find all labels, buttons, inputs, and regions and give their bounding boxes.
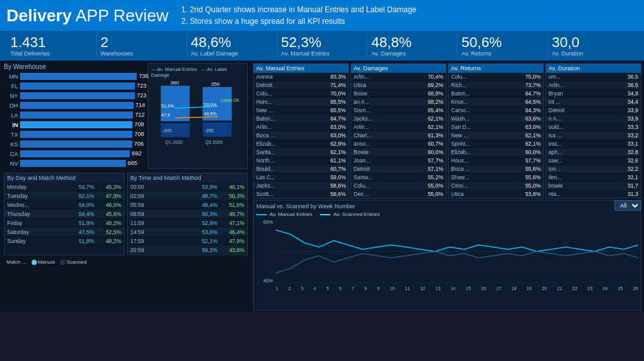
line-chart-canvas: 1234567891011121314151617181920212223242… [276,219,638,284]
table-row: 08:5950,3%49,7% [128,210,247,219]
table-row: int ...34,4 [546,98,641,106]
table-row: n A...33,9 [546,115,641,123]
table-row: nta...31,3 [546,190,641,199]
table-row: ton...32,2 [546,165,641,173]
table-row: Hous...57,7% [448,157,543,165]
table-row: bowie31,7 [546,182,641,190]
table-row: an A...68,2% [351,98,446,106]
table-row: Bould...60,7% [254,165,348,173]
returns-table: Av. Returns Colu...75,0%Rich...73,7%Bato… [448,63,544,199]
warehouse-bar-row: TX708 [4,130,144,139]
kpi-warehouses: 2 Warehouses [97,34,187,58]
table-row: Knox...64,5% [448,98,543,106]
time-match-table: By Time and Match Method 00:0053,9%46,1%… [127,173,248,255]
table-row: saw...32,6 [546,157,641,165]
day-match-table: By Day and Match Method Monday54,7%45,3%… [4,173,125,255]
warehouse-bar-row: CA692 [4,150,144,158]
svg-text:-350: -350 [205,128,214,133]
table-row: Saturday47,5%52,5% [5,228,124,237]
table-row: Jacks...62,1% [351,115,446,123]
warehouse-bar-row: KS706 [4,140,144,148]
table-row: Colu...75,0% [448,73,543,81]
table-row: Tuesday52,1%47,9% [5,191,124,200]
table-row: Las C...59,0% [254,173,348,182]
table-row: inst...33,1 [546,140,641,148]
table-row: Arlin...36,5 [546,81,641,90]
kpi-damages: 48,8% Av. Damages [367,34,458,58]
table-row: Carso...64,3% [448,106,543,115]
warehouse-bar-row: OH714 [4,101,144,110]
table-row: Shaw...55,6% [448,173,543,182]
warehouse-bar-row: NV665 [4,159,144,168]
table-row: Jacks...58,6% [254,182,348,190]
table-row: Boca ...55,6% [448,165,543,173]
table-row: Des ...55,0% [351,190,446,199]
table-row: anso...60,7% [351,140,446,148]
svg-text:356: 356 [211,81,220,87]
warehouse-bar-row: NY723 [4,92,144,100]
table-row: Santa...55,2% [351,173,446,182]
table-row: Scott...58,6% [254,190,348,199]
table-row: Monday54,7%45,3% [5,182,124,191]
table-row: Colu...55,0% [351,182,446,190]
table-row: Baton...64,7% [448,90,543,98]
table-row: Aurora83,3% [254,73,348,81]
kpi-total-deliveries: 1.431 Total Deliveries [6,34,97,58]
line-chart-section: Manual vs. Scanned by Week Number All Av… [253,200,641,311]
table-row: 00:0053,9%46,1% [128,182,247,191]
table-row: 11:5952,9%47,1% [128,219,247,228]
table-row: North...61,1% [254,157,348,165]
warehouse-bar-row: LA712 [4,111,144,119]
table-row: Arlin...63,0% [254,123,348,132]
table-row: New ...65,5% [254,106,348,115]
table-row: Arlin...62,1% [351,123,446,132]
header-notes: 1. 2nd Quarter shows increase in Manual … [181,4,416,27]
table-row: Wedne...54,0%46,0% [5,200,124,210]
table-row: Baton...64,7% [254,115,348,123]
table-row: Hum...65,5% [254,98,348,106]
kpi-manual-entries: 52,3% Av. Manual Entries [277,34,368,58]
table-row: Friday51,8%48,2% [5,219,124,228]
table-row: 14:5953,6%46,4% [128,228,247,237]
kpi-duration: 30,0 Av. Duration [548,34,638,58]
table-row: Joan...57,7% [351,157,446,165]
table-row: Sprint...62,1% [448,140,543,148]
table-row: Charl...61,3% [351,132,446,140]
table-row: Detroit71,4% [254,81,348,90]
table-row: Boca ...63,0% [254,132,348,140]
table-row: aph...32,8 [546,148,641,157]
match-legend: Match ... Manual Scanned [4,258,248,266]
table-row: Detroit33,9 [546,106,641,115]
table-row: New ...62,1% [448,132,543,140]
table-row: 05:5948,4%51,6% [128,200,247,210]
table-row: ould...33,3 [546,123,641,132]
svg-text:53,0%: 53,0% [204,102,217,107]
svg-text:49,6%: 49,6% [204,112,217,116]
chart-filter-select[interactable]: All [614,200,641,211]
table-row: Detroit57,1% [351,165,446,173]
table-row: Thursday54,4%45,6% [5,210,124,219]
svg-text:51,6%: 51,6% [161,104,174,108]
table-row: ica ...33,2 [546,132,641,140]
table-row: Bryan34,9 [546,90,641,98]
table-row: 02:5949,7%50,3% [128,191,247,200]
svg-text:47,6: 47,6 [161,113,170,117]
svg-text:Q2 2020: Q2 2020 [205,140,223,145]
kpi-label-damage: 48,6% Av. Label Damage [187,34,277,58]
table-row: um...36,5 [546,73,641,81]
table-row: Santa...62,1% [254,148,348,157]
manual-entries-table: Av. Manual Entries Aurora83,3%Detroit71,… [253,63,349,199]
table-row: Colu...70,0% [254,90,348,98]
app-header: Delivery APP Review 1. 2nd Quarter shows… [0,0,644,31]
duration-table: Av. Duration um...36,5Arlin...36,5Bryan3… [545,63,641,199]
table-row: Wash...63,6% [448,115,543,123]
svg-text:-345: -345 [163,128,172,133]
table-row: Utica53,8% [448,190,543,199]
table-row: 17:5952,1%47,9% [128,237,247,246]
table-row: Elizab...60,0% [448,148,543,157]
table-row: San D...63,0% [448,123,543,132]
table-row: Sunday51,8%48,2% [5,237,124,246]
combo-chart: — Av. Manual Entries — Av. Label Damage [148,63,248,169]
table-row: Rich...73,7% [448,81,543,90]
app-title: Delivery APP Review [6,6,168,26]
